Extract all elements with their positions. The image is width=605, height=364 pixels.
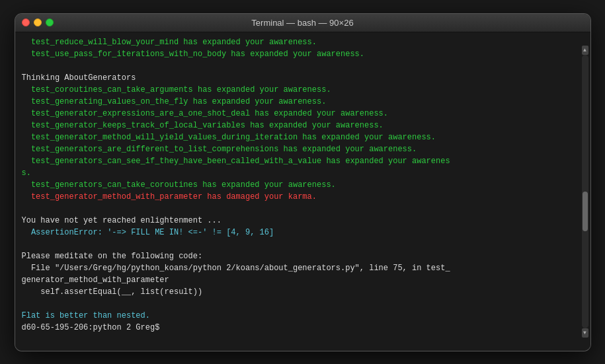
- scroll-up-arrow[interactable]: ▲: [582, 46, 588, 55]
- window-title: Terminal — bash — 90×26: [251, 18, 353, 28]
- terminal-window: Terminal — bash — 90×26 test_reduce_will…: [15, 14, 590, 351]
- minimize-button[interactable]: [34, 18, 42, 26]
- scrollbar[interactable]: ▲ ▼: [581, 46, 589, 338]
- titlebar: Terminal — bash — 90×26: [15, 14, 590, 32]
- terminal-body[interactable]: test_reduce_will_blow_your_mind has expa…: [15, 32, 590, 351]
- maximize-button[interactable]: [46, 18, 54, 26]
- scroll-down-arrow[interactable]: ▼: [582, 328, 588, 338]
- scrollbar-thumb[interactable]: [583, 192, 588, 231]
- close-button[interactable]: [22, 18, 30, 26]
- terminal-content: test_reduce_will_blow_your_mind has expa…: [22, 36, 584, 334]
- scrollbar-track: [582, 55, 588, 328]
- traffic-lights: [22, 18, 54, 26]
